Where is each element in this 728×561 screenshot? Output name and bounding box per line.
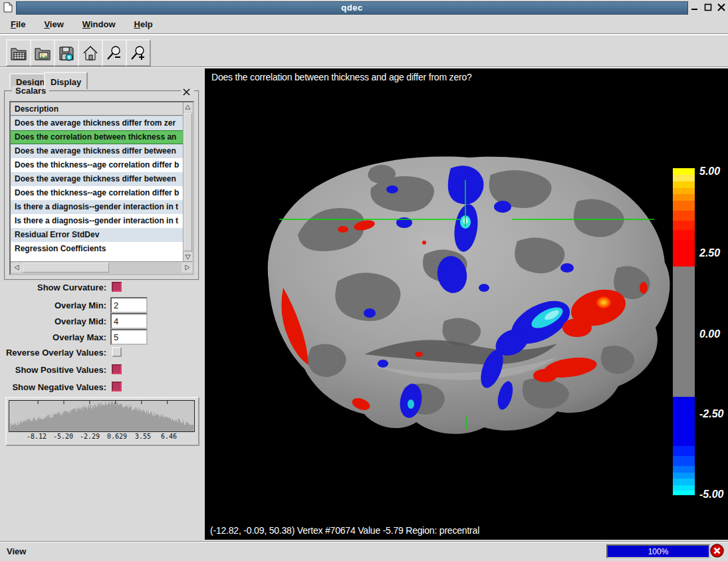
status-bar: View 100% xyxy=(0,541,728,561)
scalars-frame: Scalars Description Does the average thi… xyxy=(4,90,199,280)
scroll-down-arrow[interactable] xyxy=(183,252,192,262)
maximize-button[interactable] xyxy=(701,1,715,14)
overlay-max-input[interactable] xyxy=(110,329,148,345)
cancel-x-icon xyxy=(710,544,724,558)
status-mode-label: View xyxy=(7,546,26,556)
show-curvature-checkbox[interactable] xyxy=(112,282,122,292)
scroll-right-arrow[interactable] xyxy=(182,263,192,273)
vertical-scroll-thumb[interactable] xyxy=(183,113,192,251)
home-icon xyxy=(82,45,99,62)
menu-bar: File View Window Help xyxy=(0,15,728,34)
scalar-row[interactable]: Does the average thickness differ from z… xyxy=(11,116,183,130)
hist-tick-5: 6.46 xyxy=(161,433,177,440)
scalar-row[interactable]: Does the thickness--age correlation diff… xyxy=(11,186,183,200)
heat-colorbar xyxy=(673,168,695,495)
scalar-row[interactable]: Is there a diagnosis--gender interaction… xyxy=(11,200,183,214)
overlay-min-input[interactable] xyxy=(110,297,148,313)
zoom-in-icon xyxy=(130,45,147,62)
zoom-in-button[interactable] xyxy=(126,39,151,66)
horizontal-scrollbar[interactable] xyxy=(11,261,193,274)
hist-tick-1: -5.20 xyxy=(53,433,73,440)
vertex-status-text: (-12.82, -0.09, 50.38) Vertex #70674 Val… xyxy=(210,525,479,536)
progress-bar: 100% xyxy=(606,544,710,558)
title-bar: qdec xyxy=(0,0,728,15)
overlay-min-label: Overlay Min: xyxy=(0,300,106,310)
zoom-out-button[interactable] xyxy=(102,39,127,66)
progress-value: 100% xyxy=(648,547,669,556)
scalar-row[interactable]: Residual Error StdDev xyxy=(11,228,183,242)
scalar-row[interactable]: Does the average thickness differ betwee… xyxy=(11,144,183,158)
show-curvature-label: Show Curvature: xyxy=(0,282,106,292)
arrow-up-icon xyxy=(185,104,191,110)
close-x-icon xyxy=(183,88,190,96)
histogram-bars xyxy=(9,401,194,431)
hist-tick-2: -2.29 xyxy=(80,433,100,440)
close-icon xyxy=(717,3,725,11)
close-button[interactable] xyxy=(715,1,728,14)
reverse-overlay-checkbox[interactable] xyxy=(112,347,122,357)
show-negative-checkbox[interactable] xyxy=(112,382,122,392)
load-project-file-button[interactable] xyxy=(30,39,55,66)
scalar-row[interactable]: Regression Coefficients xyxy=(11,242,183,256)
scalars-list: Description Does the average thickness d… xyxy=(9,101,194,275)
cancel-button[interactable] xyxy=(710,544,724,558)
tab-display[interactable]: Display xyxy=(44,72,88,89)
scalar-row[interactable]: Does the average thickness differ betwee… xyxy=(11,172,183,186)
arrow-right-icon xyxy=(184,265,190,271)
overlay-mid-label: Overlay Mid: xyxy=(0,316,106,326)
list-column-header[interactable]: Description xyxy=(11,102,183,116)
overlay-max-label: Overlay Max: xyxy=(0,332,106,342)
window-title: qdec xyxy=(341,3,362,13)
viewport-question-text: Does the correlation between thickness a… xyxy=(211,72,472,82)
arrow-down-icon xyxy=(185,254,191,260)
floppy-camera-icon xyxy=(58,45,75,62)
value-histogram: -8.12 -5.20 -2.29 0.629 3.55 6.46 xyxy=(5,397,199,446)
reverse-overlay-label: Reverse Overlay Values: xyxy=(0,348,106,358)
arrow-left-icon xyxy=(14,265,20,271)
qdec-window: qdec File View Window Help xyxy=(0,0,728,561)
scalars-close-button[interactable] xyxy=(181,86,194,96)
colorbar-label-mid-pos: 2.50 xyxy=(699,247,728,259)
scalar-row[interactable]: Is there a diagnosis--gender interaction… xyxy=(11,214,183,228)
scroll-left-arrow[interactable] xyxy=(11,263,22,273)
colorbar-label-mid-neg: -2.50 xyxy=(699,408,728,420)
save-screenshot-button[interactable] xyxy=(54,39,79,66)
minimize-button[interactable] xyxy=(688,1,701,14)
window-menu-icon[interactable] xyxy=(1,1,15,14)
menu-file[interactable]: File xyxy=(4,17,32,32)
page-icon xyxy=(3,2,13,13)
zoom-out-icon xyxy=(106,45,123,62)
hist-tick-0: -8.12 xyxy=(27,433,47,440)
menu-help[interactable]: Help xyxy=(128,17,160,32)
load-data-table-button[interactable] xyxy=(6,39,31,66)
hist-tick-3: 0.629 xyxy=(107,433,127,440)
show-positive-label: Show Positive Values: xyxy=(0,365,106,375)
brain-render[interactable] xyxy=(205,68,728,540)
scalar-row[interactable]: Does the thickness--age correlation diff… xyxy=(11,158,183,172)
scroll-up-arrow[interactable] xyxy=(183,102,192,112)
show-negative-label: Show Negative Values: xyxy=(0,382,106,392)
menu-window[interactable]: Window xyxy=(76,17,122,32)
colorbar-label-max: 5.00 xyxy=(699,166,728,177)
overlay-mid-input[interactable] xyxy=(110,313,148,329)
show-positive-checkbox[interactable] xyxy=(112,364,122,374)
menu-view[interactable]: View xyxy=(37,17,70,32)
minimize-icon xyxy=(691,3,699,11)
horizontal-scroll-thumb[interactable] xyxy=(23,263,109,273)
toolbar xyxy=(0,35,728,67)
restore-view-button[interactable] xyxy=(78,39,103,66)
hist-tick-4: 3.55 xyxy=(135,433,151,440)
positive-hotspot xyxy=(596,296,611,308)
title-bar-drag-area[interactable]: qdec xyxy=(16,1,688,15)
surface-viewport[interactable]: Does the correlation between thickness a… xyxy=(205,68,728,540)
histogram-plot xyxy=(9,400,195,432)
scalar-row[interactable]: Does the correlation between thickness a… xyxy=(11,130,183,144)
colorbar-label-zero: 0.00 xyxy=(699,328,728,340)
folder-table-icon xyxy=(10,45,27,62)
maximize-icon xyxy=(704,3,712,11)
colorbar-label-min: -5.00 xyxy=(699,489,728,501)
control-panel: Design Display Scalars Description Does … xyxy=(0,68,203,540)
folder-image-icon xyxy=(34,45,51,62)
vertical-scrollbar[interactable] xyxy=(183,102,193,262)
